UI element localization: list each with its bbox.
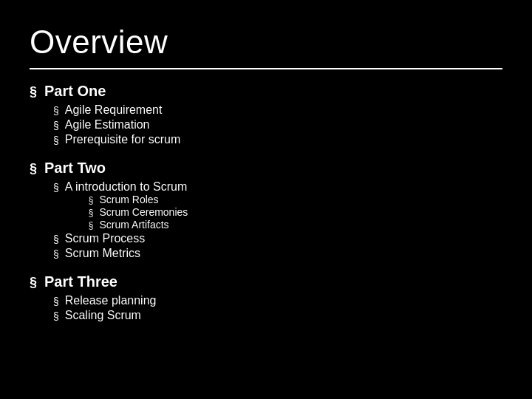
scrum-roles-label: Scrum Roles [99,194,158,205]
intro-scrum-item: § A introduction to Scrum § Scrum Roles … [53,180,502,231]
bullet-agile-est: § [53,120,59,132]
release-planning-label: Release planning [65,294,157,307]
agile-req-item: § Agile Requirement [53,103,502,117]
part-two-children: § A introduction to Scrum § Scrum Roles … [53,180,502,260]
agile-req-label: Agile Requirement [65,103,163,117]
bullet-intro-scrum: § [53,182,59,194]
scaling-scrum-item: § Scaling Scrum [53,309,502,322]
slide: Overview § Part One § Agile Requirement … [0,0,532,399]
scrum-artifacts-item: § Scrum Artifacts [89,219,188,231]
agile-est-label: Agile Estimation [65,118,150,132]
scrum-metrics-item: § Scrum Metrics [53,247,502,260]
part-three-label: Part Three [44,273,117,290]
intro-scrum-children: § Scrum Roles § Scrum Ceremonies § Scrum… [89,194,188,231]
bullet-scrum-artifacts: § [89,220,94,231]
scrum-ceremonies-label: Scrum Ceremonies [99,206,188,218]
scrum-ceremonies-item: § Scrum Ceremonies [89,206,188,218]
bullet-scaling-scrum: § [53,310,59,322]
scrum-roles-item: § Scrum Roles [89,194,188,205]
scaling-scrum-label: Scaling Scrum [65,309,141,322]
divider [30,68,502,69]
page-title: Overview [30,24,502,61]
bullet-scrum-ceremonies: § [89,208,94,218]
agile-est-item: § Agile Estimation [53,118,502,132]
bullet-release-planning: § [53,296,59,307]
part-one-label: Part One [44,83,106,100]
section-part-one: § Part One § Agile Requirement § Agile E… [30,83,502,146]
section-part-three: § Part Three § Release planning § Scalin… [30,273,502,322]
bullet-scrum-roles: § [89,195,94,205]
intro-scrum-block: A introduction to Scrum § Scrum Roles § … [65,180,188,231]
bullet-prereq: § [53,134,59,146]
part-two-label: Part Two [44,160,106,177]
section-part-two: § Part Two § A introduction to Scrum § S… [30,160,502,260]
bullet-part-one: § [30,84,37,100]
bullet-part-two: § [30,161,37,177]
scrum-artifacts-label: Scrum Artifacts [99,219,168,231]
prereq-scrum-item: § Prerequisite for scrum [53,133,502,146]
part-three-heading: § Part Three [30,273,502,290]
part-one-heading: § Part One [30,83,502,100]
part-two-heading: § Part Two [30,160,502,177]
part-three-children: § Release planning § Scaling Scrum [53,294,502,322]
bullet-agile-req: § [53,105,59,117]
part-one-children: § Agile Requirement § Agile Estimation §… [53,103,502,146]
scrum-metrics-label: Scrum Metrics [65,247,140,260]
release-planning-item: § Release planning [53,294,502,307]
bullet-scrum-metrics: § [53,248,59,260]
bullet-scrum-process: § [53,233,59,245]
content-area: § Part One § Agile Requirement § Agile E… [30,83,502,378]
intro-scrum-label: A introduction to Scrum [65,180,187,193]
scrum-process-label: Scrum Process [65,232,145,245]
prereq-scrum-label: Prerequisite for scrum [65,133,181,146]
bullet-part-three: § [30,275,37,290]
scrum-process-item: § Scrum Process [53,232,502,245]
